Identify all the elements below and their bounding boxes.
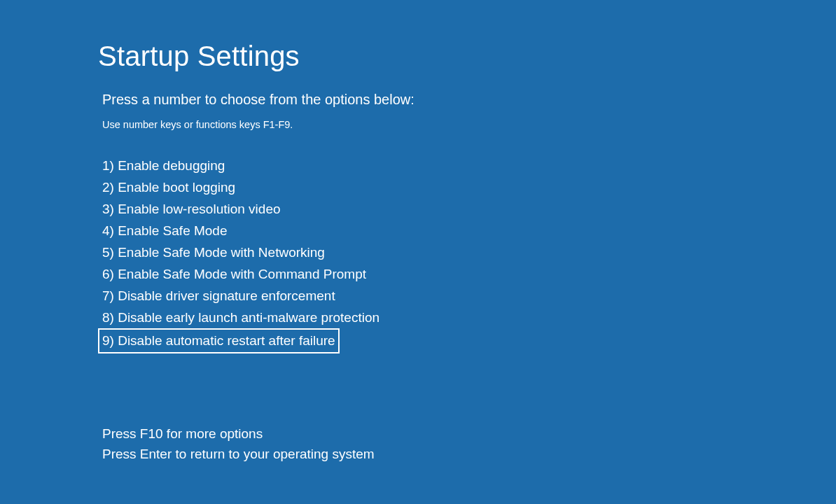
option-6[interactable]: 6) Enable Safe Mode with Command Prompt <box>102 264 366 285</box>
footer-more-options: Press F10 for more options <box>102 424 836 444</box>
option-3[interactable]: 3) Enable low-resolution video <box>102 199 281 220</box>
option-9-highlighted[interactable]: 9) Disable automatic restart after failu… <box>98 328 340 354</box>
option-1[interactable]: 1) Enable debugging <box>102 155 225 176</box>
options-list: 1) Enable debugging 2) Enable boot loggi… <box>102 155 836 354</box>
page-title: Startup Settings <box>98 41 836 72</box>
footer: Press F10 for more options Press Enter t… <box>102 424 836 464</box>
option-5[interactable]: 5) Enable Safe Mode with Networking <box>102 242 325 263</box>
hint-text: Use number keys or functions keys F1-F9. <box>102 119 836 130</box>
option-8[interactable]: 8) Disable early launch anti-malware pro… <box>102 307 379 328</box>
subtitle: Press a number to choose from the option… <box>102 92 836 108</box>
footer-return: Press Enter to return to your operating … <box>102 444 836 464</box>
option-4[interactable]: 4) Enable Safe Mode <box>102 220 228 241</box>
option-7[interactable]: 7) Disable driver signature enforcement <box>102 286 335 307</box>
option-2[interactable]: 2) Enable boot logging <box>102 177 235 198</box>
